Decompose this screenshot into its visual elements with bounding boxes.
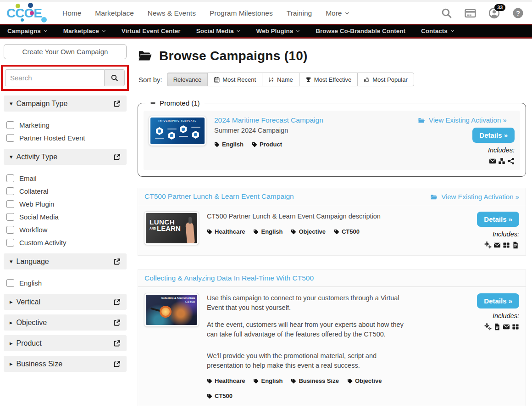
option-label: Email [19,174,37,182]
sort-button-label: Name [277,76,293,83]
filter-sidebar: Create Your Own Campaign ▾Campaign TypeM… [4,43,127,415]
chevron-down-icon [450,29,454,33]
sort-button-most-popular[interactable]: Most Popular [357,73,414,86]
chevron-down-icon [102,29,106,33]
filter-section-label: Objective [17,319,113,327]
checkbox-social-media[interactable] [6,213,14,221]
app-logo[interactable]: CCOE [6,4,50,22]
checkbox-custom-activity[interactable] [6,239,14,247]
filter-option-workflow[interactable]: Workflow [6,226,127,234]
filter-option-custom-activity[interactable]: Custom Activity [6,239,127,247]
subnav-item-virtual-event-center[interactable]: Virtual Event Center [122,28,181,34]
subnav-item-campaigns[interactable]: Campaigns [7,28,48,34]
filter-section-label: Vertical [17,298,113,306]
details-button[interactable]: Details » [477,212,519,227]
filter-option-marketing[interactable]: Marketing [6,121,127,129]
includes-label: Includes: [493,312,519,320]
nav-item-program-milestones[interactable]: Program Milestones [210,9,273,17]
subnav-item-web-plugins[interactable]: Web Plugins [256,28,300,34]
external-link-icon[interactable] [113,360,121,368]
view-existing-activation-link[interactable]: View Existing Activation » [417,116,509,124]
tag-label: Objective [355,377,382,384]
filter-option-collateral[interactable]: Collateral [6,187,127,195]
checkbox-web-plugin[interactable] [6,200,14,208]
nav-item-marketplace[interactable]: Marketplace [95,9,133,17]
logo-text: CCOE [6,6,42,20]
campaign-title-link[interactable]: CT500 Partner Lunch & Learn Event Campai… [144,192,294,201]
checkbox-marketing[interactable] [6,121,14,129]
option-label: Workflow [19,226,47,234]
filter-section-activity-type: ▾Activity TypeEmailCollateralWeb PluginS… [4,149,127,247]
details-button[interactable]: Details » [477,293,519,308]
filter-option-english[interactable]: English [6,279,127,287]
tag-icon [207,393,212,399]
external-link-icon[interactable] [113,340,121,347]
tag-icon [347,378,353,384]
filter-header-campaign-type[interactable]: ▾Campaign Type [4,95,127,112]
sort-button-most-recent[interactable]: Most Recent [207,73,262,86]
sort-by-label: Sort by: [139,76,162,84]
filter-header-vertical[interactable]: ▸Vertical [4,294,127,310]
subnav-item-marketplace[interactable]: Marketplace [63,28,106,34]
filter-option-social-media[interactable]: Social Media [6,213,127,221]
nav-item-more[interactable]: More [326,9,349,17]
campaign-thumbnail[interactable]: INFOGRAPHIC TEMPLATE [149,116,206,146]
campaign-thumbnail[interactable]: LUNCH ANDLEARN [144,212,199,245]
sort-button-name[interactable]: AZName [262,73,299,86]
create-campaign-button[interactable]: Create Your Own Campaign [4,44,127,59]
external-link-icon[interactable] [113,298,121,306]
campaign-thumbnail[interactable]: Collecting & Analysing Data CT500 [144,293,199,326]
billing-card-icon[interactable] [465,7,476,19]
subnav-item-contacts[interactable]: Contacts [421,28,454,34]
external-link-icon[interactable] [113,319,121,326]
checkbox-workflow[interactable] [6,226,14,234]
card-body: Collecting & Analysing Data CT500 Use th… [138,287,526,406]
filter-option-email[interactable]: Email [6,174,127,182]
search-icon[interactable] [441,7,452,19]
card-body: LUNCH ANDLEARN CT500 Partner Lunch & Lea… [138,205,526,255]
checkbox-partner-hosted-event[interactable] [6,134,14,142]
sort-alpha-icon: AZ [268,77,274,83]
help-icon[interactable]: ? [512,7,524,19]
campaign-title-link[interactable]: 2024 Maritime Forecast Campaign [214,116,323,124]
filter-header-language[interactable]: ▾Language [4,253,127,269]
details-button[interactable]: Details » [472,128,515,143]
hexagon-graphic [180,125,187,133]
cogs-icon [484,323,492,331]
hand-graphic [185,222,195,243]
checkbox-email[interactable] [6,174,14,182]
external-link-icon[interactable] [113,258,121,265]
user-account-icon[interactable]: 33 [488,7,500,19]
filter-header-business-size[interactable]: ▸Business Size [4,356,127,372]
checkbox-english[interactable] [6,279,14,287]
thumbnail-caption: Collecting & Analysing Data [161,297,195,299]
search-input[interactable] [5,69,104,86]
external-link-icon[interactable] [113,153,121,161]
nav-item-news-events[interactable]: News & Events [148,9,196,17]
sort-button-relevance[interactable]: Relevance [167,73,208,86]
filter-header-product[interactable]: ▸Product [4,335,127,351]
thumbs-up-icon [364,77,370,83]
nav-item-training[interactable]: Training [287,9,312,17]
tag-icon [207,378,212,384]
campaign-title-link[interactable]: Collecting & Analyzing Data In Real-Time… [144,274,314,282]
checkbox-collateral[interactable] [6,187,14,195]
tag-healthcare: Healthcare [207,228,245,235]
search-button[interactable] [104,69,125,86]
subnav-item-social-media[interactable]: Social Media [196,28,241,34]
filter-header-activity-type[interactable]: ▾Activity Type [4,149,127,165]
nav-item-home[interactable]: Home [62,9,81,17]
tag-label: English [261,377,283,384]
filter-section-label: Activity Type [17,153,113,161]
tag-icon [253,378,259,384]
view-existing-activation-link[interactable]: View Existing Activation » [430,193,519,201]
external-link-icon[interactable] [113,100,121,107]
filter-option-partner-hosted-event[interactable]: Partner Hosted Event [6,134,127,142]
filter-option-web-plugin[interactable]: Web Plugin [6,200,127,208]
highlight-box [1,65,129,91]
filter-header-objective[interactable]: ▸Objective [4,314,127,331]
nav-item-label: Contacts [421,28,448,34]
logo-dot [30,11,34,15]
sort-button-most-effective[interactable]: Most Effective [299,73,358,86]
subnav-item-browse-co-brandable-content[interactable]: Browse Co-Brandable Content [316,28,405,34]
